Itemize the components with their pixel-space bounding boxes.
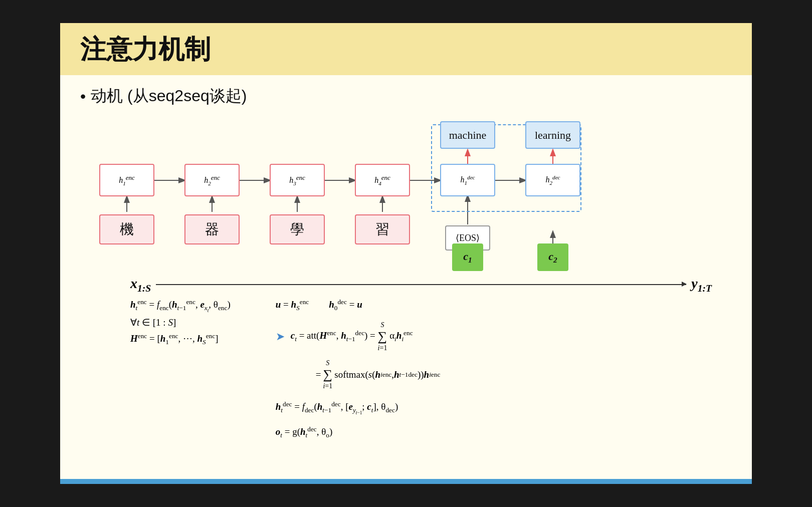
chinese-box-1: 機 [99,214,154,244]
chinese-box-4: 習 [355,214,410,244]
slide-content: • 动机 (从seq2seq谈起) [60,75,752,479]
enc-box-2: h2enc [184,164,240,196]
context-label-1: c1 [463,250,472,265]
formula-ct: ➤ ct = att(Henc, ht−1dec) = S ∑ i=1 αihi… [276,321,441,352]
dec-label-1: h1dec [460,174,475,186]
formula-H-enc: Henc = [h1enc, ⋯, hSenc] [130,332,231,346]
formula-softmax: = S ∑ i=1 softmax(s(hienc, ht−1dec))hien… [316,359,441,390]
x-label: x1:S [130,276,151,294]
formula-area: htenc = fenc(ht−1enc, ext, θenc) ∀t ∈ [1… [130,298,732,439]
formula-forall: ∀t ∈ [1 : S] [130,317,231,328]
context-box-2: c2 [537,243,568,271]
context-box-1: c1 [452,243,483,271]
enc-label-1: h1enc [119,174,135,186]
output-learning: learning [525,121,580,149]
slide-header: 注意力机制 [60,23,752,75]
formula-ht-dec: htdec = fdec(ht−1dec, [eyt−1; ct], θdec) [276,400,441,415]
right-formulas: u = hSenc h0dec = u ➤ ct = att(Henc, ht−… [276,298,441,439]
bullet-item: • 动机 (从seq2seq谈起) [80,85,732,107]
enc-label-3: h3enc [289,174,305,186]
dec-box-1: h1dec [440,164,495,196]
enc-label-2: h2enc [204,174,220,186]
y-label: y1:T [691,276,712,294]
output-machine: machine [440,121,495,149]
chinese-box-2: 器 [184,214,240,244]
chinese-box-3: 學 [270,214,325,244]
slide-title: 注意力机制 [80,32,732,67]
slide-footer [60,479,752,484]
enc-box-3: h3enc [270,164,325,196]
enc-box-1: h1enc [99,164,154,196]
context-label-2: c2 [548,250,557,265]
dec-label-2: h2dec [545,174,560,186]
formula-u: u = hSenc h0dec = u [276,298,441,312]
bullet-text: 动机 (从seq2seq谈起) [91,85,247,107]
enc-box-4: h4enc [355,164,410,196]
bullet-dot: • [80,88,86,104]
slide: 注意力机制 • 动机 (从seq2seq谈起) [60,23,752,484]
enc-label-4: h4enc [374,174,390,186]
formula-ot: ot = g(htdec, θo) [276,425,441,439]
formula-ht-enc: htenc = fenc(ht−1enc, ext, θenc) [130,298,231,313]
dec-box-2: h2dec [525,164,580,196]
left-formulas: htenc = fenc(ht−1enc, ext, θenc) ∀t ∈ [1… [130,298,231,439]
sequence-arrow-row: x1:S y1:T [130,276,732,294]
sequence-arrow [156,284,686,285]
diagram-area: machine learning h1enc h2enc h3enc h4enc [80,114,732,275]
